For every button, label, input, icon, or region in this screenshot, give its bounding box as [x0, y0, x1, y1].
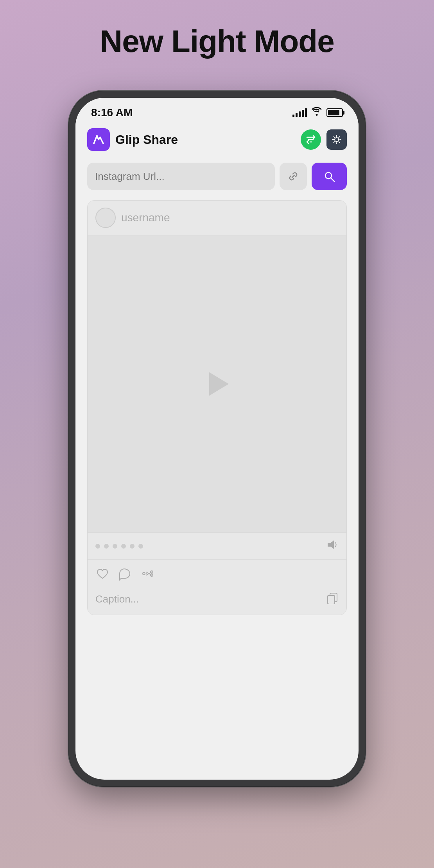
video-preview[interactable]	[88, 235, 346, 533]
signal-bar-1	[292, 115, 294, 117]
svg-marker-11	[209, 372, 229, 396]
search-button[interactable]	[312, 163, 347, 190]
svg-line-7	[339, 137, 339, 138]
sort-button[interactable]	[301, 129, 321, 150]
svg-line-10	[331, 178, 334, 181]
volume-icon[interactable]	[326, 538, 339, 554]
status-bar: 8:16 AM	[75, 98, 359, 123]
caption-area: Caption...	[88, 588, 346, 615]
app-name: Glip Share	[115, 133, 295, 147]
url-input[interactable]	[87, 163, 275, 190]
post-header: username	[88, 201, 346, 235]
comment-button[interactable]	[118, 567, 132, 584]
theme-button[interactable]	[326, 129, 347, 150]
post-actions	[88, 559, 346, 588]
battery-fill	[328, 110, 339, 115]
dot-1	[95, 544, 100, 549]
dot-2	[104, 544, 109, 549]
content-area: username	[75, 196, 359, 780]
video-bottom-bar	[88, 533, 346, 559]
signal-bar-4	[302, 110, 304, 117]
phone-frame: 8:16 AM	[68, 91, 366, 787]
dot-3	[113, 544, 117, 549]
svg-point-0	[335, 138, 339, 142]
phone-screen: 8:16 AM	[75, 98, 359, 780]
dot-5	[130, 544, 135, 549]
link-button[interactable]	[280, 163, 307, 190]
app-header: Glip Share	[75, 123, 359, 156]
copy-button[interactable]	[326, 592, 339, 607]
page-title: New Light Mode	[100, 23, 334, 59]
share-button[interactable]	[141, 567, 155, 584]
status-icons	[292, 107, 343, 118]
pagination-dots	[95, 544, 143, 549]
sort-icon	[305, 134, 316, 145]
avatar	[95, 208, 116, 228]
svg-rect-17	[328, 595, 335, 604]
signal-bar-5	[305, 108, 307, 117]
battery-icon	[326, 108, 343, 117]
svg-line-8	[334, 142, 335, 142]
search-area	[75, 156, 359, 196]
link-icon	[287, 170, 300, 183]
signal-bar-3	[299, 111, 301, 117]
dot-4	[121, 544, 126, 549]
caption-placeholder: Caption...	[95, 593, 139, 605]
app-logo	[87, 128, 110, 151]
svg-point-15	[143, 572, 145, 575]
app-logo-icon	[91, 133, 106, 147]
svg-marker-12	[328, 540, 334, 549]
sun-icon	[331, 134, 342, 145]
like-button[interactable]	[95, 567, 109, 584]
play-icon	[201, 368, 233, 400]
wifi-icon	[312, 107, 322, 118]
signal-bars-icon	[292, 108, 307, 117]
status-time: 8:16 AM	[91, 106, 133, 119]
search-icon	[323, 170, 336, 183]
signal-bar-2	[296, 113, 298, 117]
username-label: username	[121, 212, 170, 224]
post-card: username	[87, 200, 347, 615]
dot-6	[138, 544, 143, 549]
svg-line-6	[339, 142, 339, 142]
svg-line-5	[334, 137, 335, 138]
